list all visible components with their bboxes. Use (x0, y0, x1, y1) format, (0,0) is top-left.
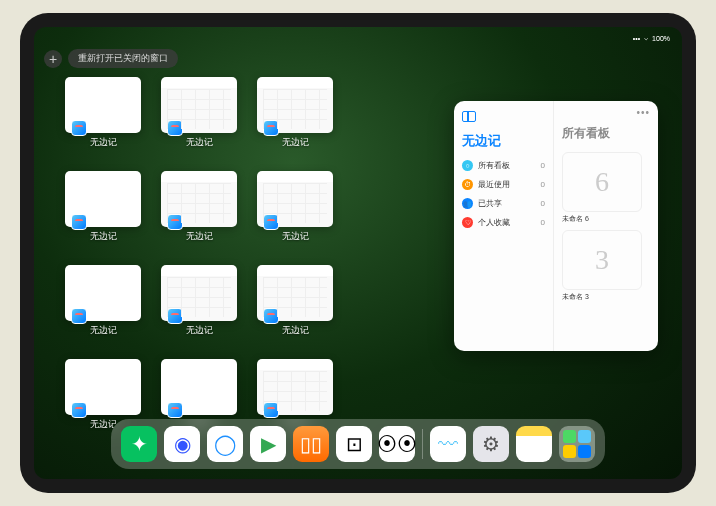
sidebar-item-icon: ⏱ (462, 179, 473, 190)
wifi-icon: ⌵ (644, 34, 648, 42)
dock-app-settings[interactable]: ⚙ (473, 426, 509, 462)
window-label: 无边记 (90, 136, 117, 149)
window-label: 无边记 (186, 230, 213, 243)
window-label: 无边记 (90, 230, 117, 243)
board-preview[interactable]: 6 (562, 152, 642, 212)
folder-app-icon (563, 445, 576, 458)
panel-left: 无边记 ○所有看板0⏱最近使用0👥已共享0♡个人收藏0 (454, 101, 554, 351)
sidebar-item-label: 最近使用 (478, 179, 510, 190)
freeform-app-icon (263, 120, 279, 136)
window-preview[interactable] (257, 77, 333, 133)
dock-app-play[interactable]: ▶ (250, 426, 286, 462)
window-label: 无边记 (90, 324, 117, 337)
freeform-app-icon (167, 120, 183, 136)
dock-app-dice[interactable]: ⊡ (336, 426, 372, 462)
panel-section-title: 所有看板 (562, 125, 650, 142)
freeform-app-icon (263, 402, 279, 418)
sidebar-toggle-icon[interactable] (462, 111, 476, 122)
sidebar-item-count: 0 (541, 218, 545, 227)
sidebar-item-count: 0 (541, 199, 545, 208)
window-preview[interactable] (65, 265, 141, 321)
window-thumbnail[interactable]: 无边记 (64, 265, 142, 337)
window-preview[interactable] (65, 359, 141, 415)
sidebar-item-icon: 👥 (462, 198, 473, 209)
window-thumbnail[interactable]: 无边记 (160, 77, 238, 149)
window-thumbnail[interactable]: 无边记 (160, 265, 238, 337)
panel-app-title: 无边记 (462, 132, 545, 150)
sidebar-item-个人收藏[interactable]: ♡个人收藏0 (462, 217, 545, 228)
sidebar-item-label: 所有看板 (478, 160, 510, 171)
board-card[interactable]: 3未命名 3 (562, 230, 642, 302)
restore-closed-window-button[interactable]: 重新打开已关闭的窗口 (68, 49, 178, 68)
window-thumbnail[interactable]: 无边记 (256, 77, 334, 149)
window-preview[interactable] (65, 171, 141, 227)
freeform-app-icon (167, 308, 183, 324)
folder-app-icon (563, 430, 576, 443)
window-label: 无边记 (186, 136, 213, 149)
freeform-app-icon (71, 402, 87, 418)
dock-app-freeform[interactable]: 〰 (430, 426, 466, 462)
window-preview[interactable] (161, 171, 237, 227)
window-preview[interactable] (257, 359, 333, 415)
freeform-app-icon (167, 402, 183, 418)
dock-app-connect[interactable]: ⦿⦿ (379, 426, 415, 462)
screen: ••• ⌵ 100% + 重新打开已关闭的窗口 无边记无边记无边记无边记无边记无… (34, 27, 682, 479)
window-label: 无边记 (282, 324, 309, 337)
board-label: 未命名 6 (562, 214, 642, 224)
app-switcher-grid: 无边记无边记无边记无边记无边记无边记无边记无边记无边记无边记无边记无边记 (64, 77, 334, 431)
dock-app-quark[interactable]: ◉ (164, 426, 200, 462)
sidebar-item-所有看板[interactable]: ○所有看板0 (462, 160, 545, 171)
sidebar-item-label: 已共享 (478, 198, 502, 209)
dock: ✦◉◯▶▯▯⊡⦿⦿〰⚙ (111, 419, 605, 469)
window-preview[interactable] (161, 359, 237, 415)
sidebar-item-count: 0 (541, 161, 545, 170)
window-thumbnail[interactable]: 无边记 (256, 265, 334, 337)
board-preview[interactable]: 3 (562, 230, 642, 290)
ipad-frame: ••• ⌵ 100% + 重新打开已关闭的窗口 无边记无边记无边记无边记无边记无… (20, 13, 696, 493)
window-thumbnail[interactable]: 无边记 (64, 77, 142, 149)
freeform-app-icon (167, 214, 183, 230)
folder-app-icon (578, 445, 591, 458)
window-preview[interactable] (161, 77, 237, 133)
dock-app-qqbrowser[interactable]: ◯ (207, 426, 243, 462)
board-card[interactable]: 6未命名 6 (562, 152, 642, 224)
dock-app-books[interactable]: ▯▯ (293, 426, 329, 462)
window-label: 无边记 (282, 230, 309, 243)
window-label: 无边记 (282, 136, 309, 149)
dock-divider (422, 429, 423, 459)
sidebar-item-count: 0 (541, 180, 545, 189)
window-preview[interactable] (65, 77, 141, 133)
sidebar-item-已共享[interactable]: 👥已共享0 (462, 198, 545, 209)
board-label: 未命名 3 (562, 292, 642, 302)
sidebar-item-label: 个人收藏 (478, 217, 510, 228)
more-icon[interactable]: ••• (636, 107, 650, 118)
sidebar-item-icon: ♡ (462, 217, 473, 228)
add-button[interactable]: + (44, 50, 62, 68)
dock-app-notes[interactable] (516, 426, 552, 462)
sidebar-panel: 无边记 ○所有看板0⏱最近使用0👥已共享0♡个人收藏0 ••• 所有看板 6未命… (454, 101, 658, 351)
freeform-app-icon (263, 308, 279, 324)
folder-app-icon (578, 430, 591, 443)
window-thumbnail[interactable]: 无边记 (64, 171, 142, 243)
battery-label: 100% (652, 35, 670, 42)
window-preview[interactable] (257, 171, 333, 227)
sidebar-item-icon: ○ (462, 160, 473, 171)
panel-right: ••• 所有看板 6未命名 63未命名 3 (554, 101, 658, 351)
sidebar-item-最近使用[interactable]: ⏱最近使用0 (462, 179, 545, 190)
signal-icon: ••• (633, 35, 640, 42)
window-label: 无边记 (186, 324, 213, 337)
dock-folder[interactable] (559, 426, 595, 462)
window-preview[interactable] (257, 265, 333, 321)
freeform-app-icon (71, 214, 87, 230)
status-bar: ••• ⌵ 100% (34, 31, 682, 45)
freeform-app-icon (71, 120, 87, 136)
window-thumbnail[interactable]: 无边记 (160, 171, 238, 243)
window-thumbnail[interactable]: 无边记 (256, 171, 334, 243)
dock-app-wechat[interactable]: ✦ (121, 426, 157, 462)
window-preview[interactable] (161, 265, 237, 321)
freeform-app-icon (263, 214, 279, 230)
freeform-app-icon (71, 308, 87, 324)
